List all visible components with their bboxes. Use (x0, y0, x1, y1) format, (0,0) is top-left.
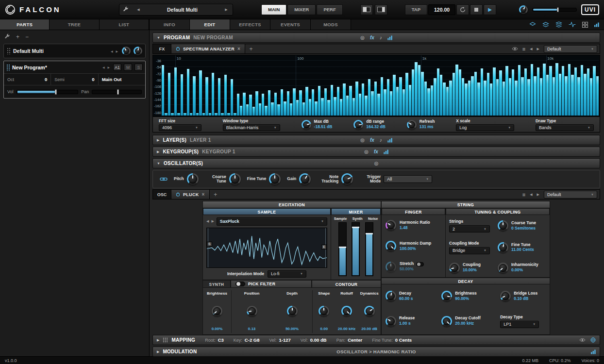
rolloff-knob[interactable] (341, 306, 352, 316)
multi-knob-b[interactable] (134, 47, 142, 55)
main-view-button[interactable]: MAIN (261, 4, 286, 15)
sync-button[interactable] (456, 4, 469, 15)
remove-part-button[interactable]: − (25, 34, 29, 40)
pitch-knob[interactable] (187, 173, 199, 185)
dynamics-knob[interactable] (364, 306, 375, 316)
meter-icon[interactable] (591, 349, 596, 354)
velocity-range-field[interactable]: Vel:1-127 (269, 337, 290, 343)
oscilloscope-icon[interactable] (569, 22, 576, 27)
expand-keygroups-icon[interactable]: ▶ (157, 150, 159, 154)
master-volume-knob[interactable] (519, 5, 528, 14)
grid-view-icon[interactable] (582, 22, 588, 28)
add-oscillator-button[interactable]: + (210, 191, 221, 198)
volume-slider[interactable] (17, 90, 79, 94)
expand-mapping-icon[interactable]: ▶ (157, 338, 159, 342)
multi-row[interactable]: Default Multi ◀ ▶ (3, 44, 146, 58)
parts-wrench-icon[interactable] (4, 33, 10, 40)
meter-icon[interactable] (387, 35, 392, 40)
tab-parts[interactable]: PARTS (0, 19, 50, 30)
window-type-dropdown[interactable]: Blackman-Harris ▼ (223, 124, 280, 131)
meter-icon[interactable] (387, 138, 392, 143)
tap-tempo-button[interactable]: TAP (405, 4, 427, 15)
collapse-oscillators-icon[interactable]: ▼ (157, 162, 160, 165)
osc-preset-dropdown[interactable]: Default ▼ (544, 191, 597, 199)
power-icon[interactable] (176, 47, 180, 51)
spectrum-analyzer-tab[interactable]: SPECTRUM ANALYZER × (171, 44, 245, 53)
streams-icon[interactable]: ◎ (374, 161, 379, 166)
string-fine-tune-knob[interactable] (498, 242, 508, 253)
harmonic-ratio-knob[interactable] (386, 220, 396, 231)
trigger-mode-dropdown[interactable]: All ▼ (384, 175, 432, 183)
tab-edit[interactable]: EDIT (190, 19, 230, 30)
pluck-oscillator-tab[interactable]: PLUCK × (171, 190, 210, 199)
harmonic-damp-knob[interactable] (386, 241, 396, 251)
next-multi-button[interactable]: ▶ (220, 8, 233, 12)
key-range-field[interactable]: Key:C-2 G8 (234, 337, 260, 343)
expand-modulation-icon[interactable]: ▶ (157, 350, 159, 354)
multi-selector[interactable]: Default Multi (145, 7, 220, 13)
fx-icon[interactable]: fx (370, 35, 374, 40)
noise-fader[interactable] (365, 222, 373, 276)
events-note-icon[interactable]: ♪ (380, 35, 382, 40)
add-fx-button[interactable]: + (245, 46, 257, 52)
tab-mods[interactable]: MODS (311, 19, 351, 30)
drag-handle-icon[interactable] (6, 64, 10, 71)
master-level-handle[interactable] (557, 7, 559, 12)
eye-icon[interactable] (579, 338, 586, 342)
prev-osc-preset-button[interactable]: ◀ (530, 193, 532, 197)
tab-tree[interactable]: TREE (50, 19, 99, 30)
keygroup-stack-icon[interactable] (555, 21, 562, 28)
tab-info[interactable]: INFO (150, 19, 190, 30)
streams-icon[interactable]: ◎ (360, 35, 365, 40)
setup-wrench-icon[interactable] (119, 6, 132, 13)
pick-filter-toggle[interactable] (235, 281, 245, 286)
sample-fader[interactable] (338, 222, 347, 276)
decay-brightness-knob[interactable] (441, 291, 452, 301)
coupling-mode-dropdown[interactable]: Bridge ▼ (449, 247, 490, 254)
tab-events[interactable]: EVENTS (270, 19, 311, 30)
stop-button[interactable] (470, 4, 483, 15)
close-icon[interactable]: × (237, 46, 240, 51)
eye-icon[interactable] (512, 47, 518, 51)
prev-sample-button[interactable]: ◀ (206, 219, 209, 223)
streams-icon[interactable]: ◎ (360, 138, 365, 143)
position-knob[interactable] (247, 306, 257, 316)
semitone-field[interactable]: Semi 0 (51, 74, 98, 85)
inharmonicity-knob[interactable] (498, 263, 508, 273)
shape-knob[interactable] (319, 306, 329, 316)
left-panel-toggle-button[interactable] (360, 4, 373, 15)
program-slot[interactable]: New Program* ◀ ▶ A1 M S Oct 0 Semi 0 (3, 61, 146, 99)
fft-size-dropdown[interactable]: 4096 ▼ (159, 124, 201, 131)
multi-prev-next-buttons[interactable]: ◀ ▶ (111, 50, 119, 53)
right-panel-toggle-button[interactable] (375, 4, 387, 15)
multi-knob-a[interactable] (122, 47, 131, 55)
strings-dropdown[interactable]: 2 ▼ (449, 225, 490, 232)
solo-button[interactable]: S (134, 64, 143, 71)
synth-header[interactable]: SYNTH (202, 280, 231, 288)
coarse-tune-knob[interactable] (229, 173, 241, 185)
x-scale-dropdown[interactable]: Log ▼ (456, 124, 514, 131)
refresh-knob[interactable] (407, 120, 417, 130)
mixer-view-button[interactable]: MIXER (287, 4, 316, 15)
tempo-display[interactable]: 120.00 (428, 4, 455, 15)
program-prev-next-buttons[interactable]: ◀ ▶ (102, 66, 111, 69)
next-osc-preset-button[interactable]: ▶ (537, 193, 539, 197)
pick-brightness-knob[interactable] (212, 306, 222, 316)
prev-fx-preset-button[interactable]: ◀ (530, 47, 532, 51)
menu-icon[interactable]: ≡ (522, 46, 525, 52)
next-sample-button[interactable]: ▶ (211, 219, 214, 223)
pan-slider[interactable] (92, 90, 142, 94)
sample-dropdown[interactable]: SaxPluck ▼ (217, 217, 327, 226)
program-layer-icon[interactable] (529, 22, 536, 27)
octave-field[interactable]: Oct 0 (4, 74, 51, 85)
prev-multi-button[interactable]: ◀ (132, 8, 145, 12)
volume-handle[interactable] (55, 89, 57, 95)
stretch-knob[interactable] (386, 262, 396, 272)
globe-icon[interactable] (590, 337, 596, 343)
menu-icon[interactable]: ≡ (522, 192, 525, 198)
tab-list[interactable]: LIST (100, 19, 149, 30)
expand-layers-icon[interactable]: ▶ (157, 138, 159, 142)
fx-preset-dropdown[interactable]: Default ▼ (544, 45, 597, 53)
tab-effects[interactable]: EFFECTS (230, 19, 270, 30)
decay-cutoff-knob[interactable] (441, 316, 452, 327)
